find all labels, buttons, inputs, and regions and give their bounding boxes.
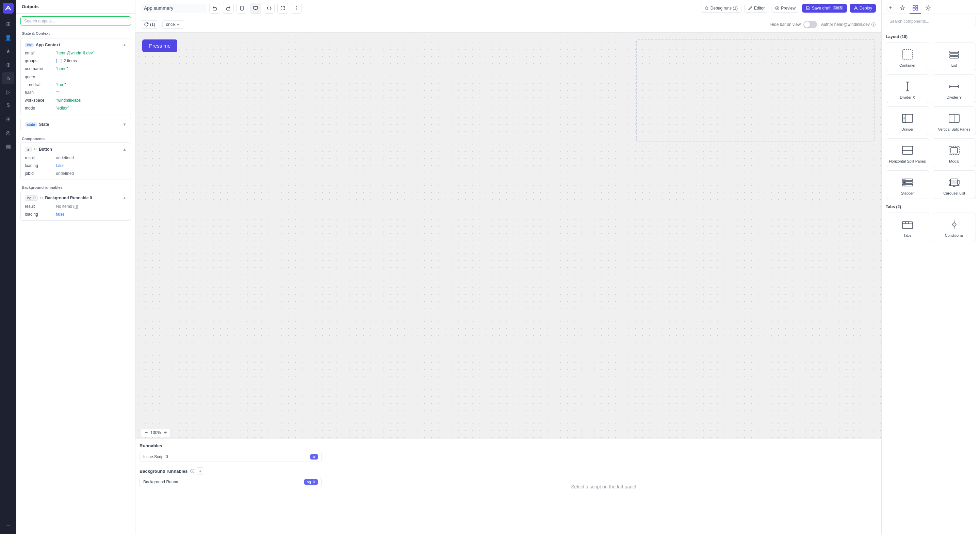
sidebar-outputs-header: Outputs bbox=[16, 0, 135, 14]
nav-grid-icon[interactable]: ⊞ bbox=[2, 113, 14, 125]
ctx-tag: ctx bbox=[25, 43, 34, 47]
bg-loading-row: loading : false bbox=[24, 211, 128, 218]
nav-star-icon[interactable]: ★ bbox=[2, 45, 14, 57]
search-outputs-input[interactable] bbox=[21, 16, 131, 26]
component-carousel-list[interactable]: Carousel List bbox=[933, 170, 976, 199]
svg-rect-7 bbox=[706, 7, 708, 10]
nav-eye-icon[interactable]: ◎ bbox=[2, 127, 14, 139]
app-title-input[interactable] bbox=[141, 4, 207, 13]
component-stepper[interactable]: Stepper bbox=[886, 170, 929, 199]
save-draft-button[interactable]: Save draft Ctrl S bbox=[802, 4, 847, 13]
component-divider-x[interactable]: Divider X bbox=[886, 75, 929, 103]
component-refresh-icon[interactable]: ↻ bbox=[34, 147, 37, 151]
svg-point-12 bbox=[873, 23, 873, 24]
more-options-button[interactable] bbox=[291, 3, 302, 14]
mobile-view-button[interactable] bbox=[237, 3, 247, 14]
svg-point-5 bbox=[296, 8, 297, 8]
expand-button[interactable] bbox=[277, 3, 288, 14]
nav-home-icon[interactable]: ⊞ bbox=[2, 18, 14, 30]
component-tabs[interactable]: Tabs bbox=[886, 213, 929, 241]
component-list[interactable]: List bbox=[933, 43, 976, 71]
app-context-header[interactable]: ctx App Context ▲ bbox=[24, 40, 128, 49]
canvas-toolbar: (1) once Hide bar on view Author henri@w… bbox=[135, 16, 881, 33]
nav-grid2-icon[interactable]: ▦ bbox=[2, 140, 14, 153]
refresh-button[interactable]: (1) bbox=[141, 21, 158, 29]
once-select[interactable]: once bbox=[162, 21, 184, 29]
svg-rect-22 bbox=[950, 54, 959, 56]
bg-collapse-icon[interactable]: ▲ bbox=[123, 195, 127, 200]
bg-runnables-add-button[interactable]: + bbox=[197, 467, 204, 475]
bg-refresh-icon[interactable]: ↻ bbox=[40, 196, 43, 200]
svg-rect-36 bbox=[951, 180, 957, 184]
svg-rect-29 bbox=[951, 148, 958, 153]
component-divider-y[interactable]: Divider Y bbox=[933, 75, 976, 103]
press-me-button[interactable]: Press me bbox=[142, 40, 177, 52]
ctx-collapse-icon[interactable]: ▲ bbox=[123, 43, 127, 47]
component-conditional[interactable]: Conditional bbox=[933, 213, 976, 241]
svg-rect-23 bbox=[950, 56, 959, 58]
modal-label: Modal bbox=[949, 159, 959, 163]
svg-point-4 bbox=[296, 6, 297, 6]
button-label: Button bbox=[39, 147, 52, 152]
component-drawer[interactable]: Drawer bbox=[886, 106, 929, 135]
component-search-input[interactable] bbox=[886, 17, 976, 26]
bg-runnables-header: Background runnables + bbox=[140, 467, 321, 475]
bg0-tag: bg_0 bbox=[25, 195, 38, 201]
button-component-header[interactable]: a ↻ Button ▲ bbox=[24, 145, 128, 154]
nav-dollar-icon[interactable]: $ bbox=[2, 99, 14, 111]
button-collapse-icon[interactable]: ▲ bbox=[123, 147, 127, 152]
state-collapse-icon[interactable]: ▼ bbox=[123, 122, 127, 127]
button-loading-row: loading : false bbox=[24, 162, 128, 170]
code-view-button[interactable] bbox=[264, 3, 275, 14]
app-context-label: App Context bbox=[36, 43, 60, 47]
svg-point-19 bbox=[927, 7, 929, 9]
svg-rect-15 bbox=[913, 5, 915, 8]
modal-icon bbox=[947, 143, 961, 157]
toggle-knob bbox=[804, 21, 810, 27]
undo-button[interactable] bbox=[209, 3, 220, 14]
ctx-mode-row: mode : "editor" bbox=[24, 105, 128, 112]
tab-components[interactable] bbox=[910, 3, 921, 14]
component-horizontal-split[interactable]: Horizontal Split Panes bbox=[886, 138, 929, 167]
ctx-nodraft-row: nodraft : "true" bbox=[24, 81, 128, 89]
ctx-query-row: query : - bbox=[24, 73, 128, 81]
bg-runnable-header[interactable]: bg_0 ↻ Background Runnable 0 ▲ bbox=[24, 193, 128, 203]
editor-button[interactable]: Editor bbox=[744, 4, 768, 13]
container-icon bbox=[901, 48, 914, 61]
nav-person-icon[interactable]: ⊕ bbox=[2, 59, 14, 71]
logo[interactable] bbox=[3, 3, 14, 14]
bg-runnable-label: Background Runnable 0 bbox=[45, 195, 92, 200]
bg-runnable-item[interactable]: Background Runna... bg_0 bbox=[140, 477, 321, 487]
hide-bar-control: Hide bar on view bbox=[770, 21, 817, 28]
deploy-button[interactable]: Deploy bbox=[850, 4, 876, 13]
svg-rect-37 bbox=[902, 222, 913, 229]
main-area: Debug runs (1) Editor Preview Save draft… bbox=[135, 0, 881, 534]
component-container[interactable]: Container bbox=[886, 43, 929, 71]
tab-sparkle[interactable] bbox=[897, 3, 908, 14]
state-header[interactable]: state State ▼ bbox=[24, 120, 128, 129]
nav-arrow-icon[interactable]: → bbox=[2, 519, 14, 531]
nav-play-icon[interactable]: ▷ bbox=[2, 86, 14, 98]
zoom-plus-button[interactable]: + bbox=[164, 430, 167, 435]
bottom-panel: Runnables Inline Script 0 a Background r… bbox=[135, 439, 881, 534]
component-vertical-split[interactable]: Vertical Split Panes bbox=[933, 106, 976, 135]
save-draft-kbd: Ctrl S bbox=[833, 6, 843, 10]
add-component-button[interactable]: + bbox=[886, 3, 895, 12]
debug-runs-button[interactable]: Debug runs (1) bbox=[701, 4, 741, 13]
redo-button[interactable] bbox=[223, 3, 234, 14]
inline-script-item[interactable]: Inline Script 0 a bbox=[140, 452, 321, 462]
list-label: List bbox=[951, 63, 957, 67]
nav-home2-icon[interactable]: ⌂ bbox=[2, 72, 14, 84]
preview-button[interactable]: Preview bbox=[771, 4, 799, 13]
zoom-minus-button[interactable]: − bbox=[145, 430, 148, 435]
ctx-rows: email : "henri@windmill.dev" groups : [.… bbox=[24, 49, 128, 113]
hide-bar-toggle[interactable] bbox=[803, 21, 817, 28]
nav-users-icon[interactable]: 👤 bbox=[2, 31, 14, 43]
tab-settings[interactable] bbox=[923, 3, 934, 14]
desktop-view-button[interactable] bbox=[250, 3, 261, 14]
stepper-label: Stepper bbox=[901, 191, 914, 195]
divider-x-icon bbox=[901, 79, 914, 93]
svg-rect-0 bbox=[3, 3, 14, 14]
author-info: Author henri@windmill.dev bbox=[821, 22, 876, 27]
component-modal[interactable]: Modal bbox=[933, 138, 976, 167]
